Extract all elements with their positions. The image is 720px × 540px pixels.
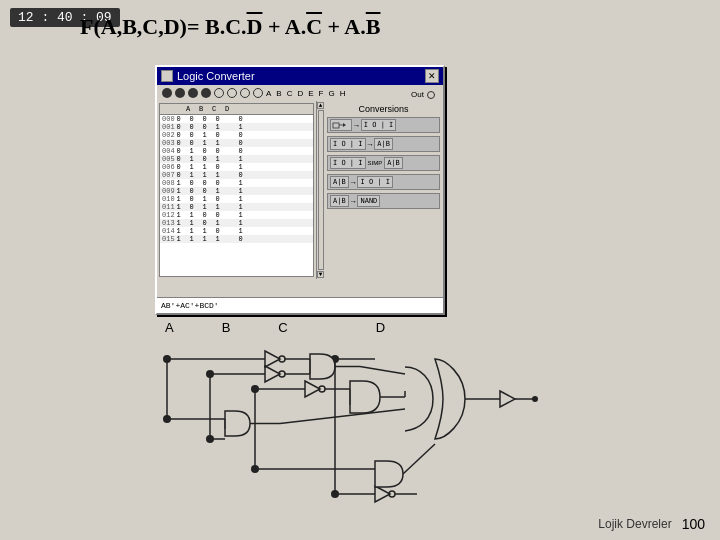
input-dot-e <box>214 88 224 98</box>
cell-a: 0 <box>175 131 182 139</box>
window-title: Logic Converter <box>177 70 255 82</box>
or-gate-left <box>405 367 433 431</box>
conv-row-3[interactable]: I O | I SIMP A|B <box>327 155 440 171</box>
row-num: 004 <box>162 147 169 155</box>
svg-rect-0 <box>333 123 339 128</box>
input-label-h: H <box>340 89 346 98</box>
cell-c: 0 <box>201 155 208 163</box>
cell-out: 1 <box>237 187 244 195</box>
conv-from-bool: A|B <box>330 176 349 188</box>
not-gate-c <box>305 381 320 397</box>
truth-table-body[interactable]: 0000000000100011002001000030011000401000… <box>160 115 313 273</box>
cell-out: 0 <box>237 139 244 147</box>
cell-d: 1 <box>214 203 221 211</box>
cell-out: 1 <box>237 179 244 187</box>
cell-a: 0 <box>175 139 182 147</box>
cell-d: 0 <box>214 163 221 171</box>
cell-c: 1 <box>201 171 208 179</box>
row-num: 003 <box>162 139 169 147</box>
cell-b: 1 <box>188 211 195 219</box>
out-label: Out <box>411 90 424 99</box>
cell-a: 1 <box>175 227 182 235</box>
conv-arrow-5: → <box>351 197 356 206</box>
input-label-a: A <box>266 89 271 98</box>
page-number: 100 <box>682 516 705 532</box>
conv-to-bool: A|B <box>374 138 393 150</box>
col-header-out <box>238 105 256 113</box>
table-row: 01211001 <box>160 211 313 219</box>
close-button[interactable]: ✕ <box>425 69 439 83</box>
table-row: 00910011 <box>160 187 313 195</box>
formula-bar: AB'+AC'+BCD' <box>157 297 443 313</box>
row-num: 013 <box>162 219 169 227</box>
conv-simp-label: SIMP <box>368 160 383 166</box>
conversions-panel: Conversions → I O | I I O | I → A|B <box>324 101 443 279</box>
input-dot-c <box>188 88 198 98</box>
cell-c: 0 <box>201 115 208 123</box>
scrollbar-down[interactable]: ▼ <box>317 271 324 278</box>
input-label-e: E <box>308 89 313 98</box>
row-num: 002 <box>162 131 169 139</box>
input-label-c: C <box>287 89 293 98</box>
table-row: 00701110 <box>160 171 313 179</box>
conv-icon-circuit <box>330 119 352 131</box>
cell-a: 1 <box>175 211 182 219</box>
cell-b: 0 <box>188 123 195 131</box>
cell-c: 1 <box>201 203 208 211</box>
table-row: 00100011 <box>160 123 313 131</box>
truth-table-header: A B C D <box>160 104 313 115</box>
cell-out: 0 <box>237 171 244 179</box>
cell-c: 0 <box>201 211 208 219</box>
conv-row-5[interactable]: A|B → NAND <box>327 193 440 209</box>
col-header-b: B <box>199 105 206 113</box>
circuit-label-a: A <box>165 320 174 335</box>
cell-out: 0 <box>237 147 244 155</box>
main-formula: F(A,B,C,D)= B.C.D + A.C + A.B <box>80 14 380 40</box>
cell-b: 1 <box>188 171 195 179</box>
row-num: 012 <box>162 211 169 219</box>
or-in-1 <box>360 367 405 375</box>
titlebar-left: Logic Converter <box>161 70 255 82</box>
footer: Lojik Devreler 100 <box>0 516 720 532</box>
conv-row-4[interactable]: A|B → I O | I <box>327 174 440 190</box>
output-buffer <box>500 391 515 407</box>
input-dot-f <box>227 88 237 98</box>
circuit-label-c: C <box>278 320 287 335</box>
cell-a: 1 <box>175 187 182 195</box>
conv-row-1[interactable]: → I O | I <box>327 117 440 133</box>
cell-a: 0 <box>175 171 182 179</box>
conv-row-2[interactable]: I O | I → A|B <box>327 136 440 152</box>
scrollbar-track <box>318 110 324 270</box>
svg-marker-2 <box>343 123 346 127</box>
cell-b: 0 <box>188 131 195 139</box>
input-dot-b <box>175 88 185 98</box>
row-num: 010 <box>162 195 169 203</box>
cell-out: 1 <box>237 227 244 235</box>
cell-b: 0 <box>188 195 195 203</box>
table-row: 01511110 <box>160 235 313 243</box>
cell-out: 1 <box>237 155 244 163</box>
row-num: 007 <box>162 171 169 179</box>
cell-out: 0 <box>237 131 244 139</box>
conv-arrow-1: → <box>354 121 359 130</box>
cell-b: 0 <box>188 187 195 195</box>
out-dot <box>427 91 435 99</box>
cell-a: 0 <box>175 155 182 163</box>
cell-c: 1 <box>201 131 208 139</box>
cell-c: 1 <box>201 163 208 171</box>
window-body: A B C D 00000000001000110020010000300110… <box>157 101 443 279</box>
cell-d: 0 <box>214 179 221 187</box>
col-header-num <box>162 105 180 113</box>
cell-b: 1 <box>188 147 195 155</box>
cell-a: 0 <box>175 163 182 171</box>
not-gate-d <box>375 486 390 502</box>
or-gate-main <box>435 359 465 439</box>
row-num: 006 <box>162 163 169 171</box>
conv-from-tt: I O | I <box>330 138 366 150</box>
col-header-a: A <box>186 105 193 113</box>
scrollbar-up[interactable]: ▲ <box>317 102 324 109</box>
not-gate-b <box>265 366 280 382</box>
input-label-b: B <box>276 89 281 98</box>
cell-out: 0 <box>237 235 244 243</box>
cell-b: 1 <box>188 227 195 235</box>
